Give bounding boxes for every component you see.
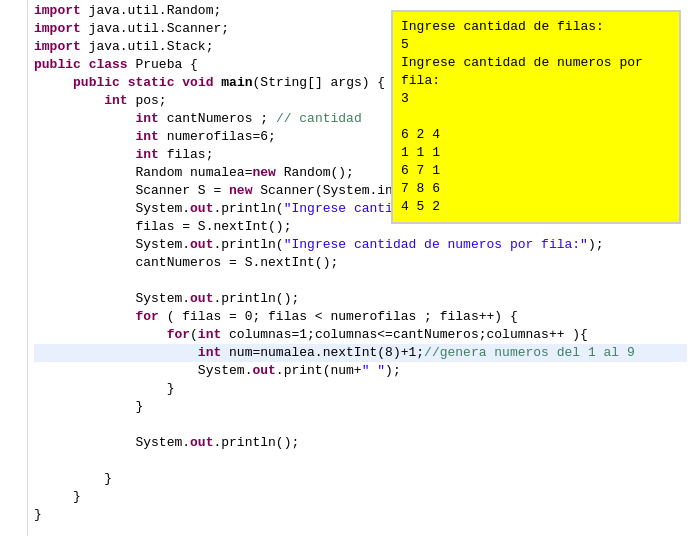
terminal-line-3: Ingrese cantidad de numeros por fila: [401,55,643,88]
code-line [34,452,687,470]
terminal-line-5 [401,109,409,124]
code-line: System.out.println(); [34,434,687,452]
terminal-line-9: 7 8 6 [401,181,440,196]
code-line [34,416,687,434]
code-line [34,272,687,290]
code-line: } [34,470,687,488]
terminal-output: Ingrese cantidad de filas: 5 Ingrese can… [391,10,681,224]
line-numbers [0,0,28,536]
code-line: System.out.println(); [34,290,687,308]
code-line: int num=numalea.nextInt(8)+1;//genera nu… [34,344,687,362]
terminal-line-7: 1 1 1 [401,145,440,160]
code-line: for ( filas = 0; filas < numerofilas ; f… [34,308,687,326]
code-line: } [34,380,687,398]
code-line: } [34,398,687,416]
code-line: System.out.println("Ingrese cantidad de … [34,236,687,254]
terminal-line-10: 4 5 2 [401,199,440,214]
code-line: for(int columnas=1;columnas<=cantNumeros… [34,326,687,344]
code-editor: import java.util.Random; import java.uti… [0,0,691,536]
terminal-line-6: 6 2 4 [401,127,440,142]
code-line: cantNumeros = S.nextInt(); [34,254,687,272]
terminal-line-1: Ingrese cantidad de filas: [401,19,604,34]
terminal-line-2: 5 [401,37,409,52]
terminal-line-8: 6 7 1 [401,163,440,178]
code-line: System.out.print(num+" "); [34,362,687,380]
code-line: } [34,506,687,524]
terminal-line-4: 3 [401,91,409,106]
code-line: } [34,488,687,506]
